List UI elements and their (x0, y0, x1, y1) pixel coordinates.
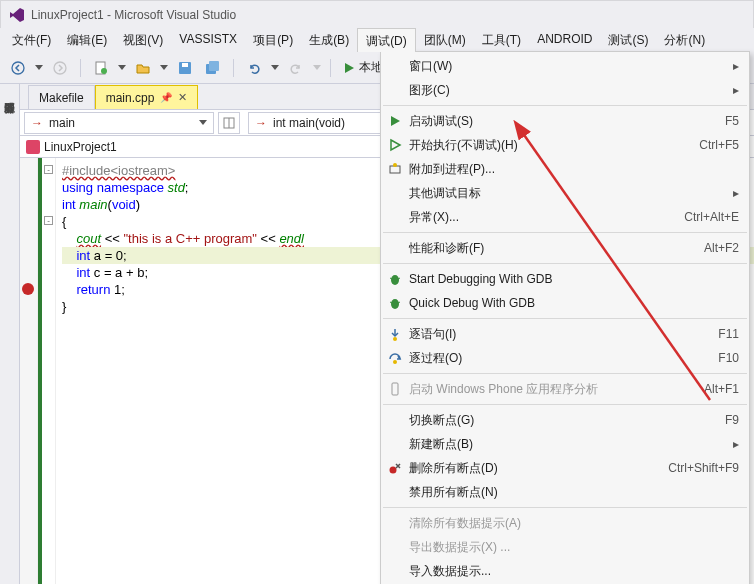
menu-item-label: 附加到进程(P)... (409, 161, 739, 178)
menu-item[interactable]: 逐语句(I)F11 (381, 322, 749, 346)
breadcrumb-project[interactable]: LinuxProject1 (44, 140, 117, 154)
menu-p[interactable]: 项目(P) (245, 28, 301, 52)
svg-point-12 (391, 275, 399, 285)
fold-toggle[interactable]: - (44, 216, 53, 225)
undo-button[interactable] (242, 56, 266, 80)
menu-item-label: Quick Debug With GDB (409, 296, 739, 310)
play-icon (343, 62, 355, 74)
close-icon[interactable]: ✕ (178, 91, 187, 104)
undo-split[interactable] (270, 65, 280, 70)
menu-t[interactable]: 工具(T) (474, 28, 529, 52)
editor-tab[interactable]: main.cpp📌✕ (95, 85, 199, 109)
menu-item-label: 新建断点(B) (409, 436, 727, 453)
menu-s[interactable]: 测试(S) (600, 28, 656, 52)
pin-icon[interactable]: 📌 (160, 92, 172, 103)
breakpoint-marker[interactable] (22, 283, 34, 295)
menu-item[interactable]: 附加到进程(P)... (381, 157, 749, 181)
menu-item-label: 切换断点(G) (409, 412, 725, 429)
menu-item[interactable]: 开始执行(不调试)(H)Ctrl+F5 (381, 133, 749, 157)
chevron-down-icon (199, 120, 207, 125)
outline-gutter[interactable]: -- (42, 158, 56, 584)
svg-rect-10 (390, 166, 400, 173)
menu-item-label: 启动调试(S) (409, 113, 725, 130)
phone-icon (381, 382, 409, 396)
play-outline-icon (381, 138, 409, 152)
menu-item-shortcut: Alt+F2 (704, 241, 739, 255)
menu-item[interactable]: 性能和诊断(F)Alt+F2 (381, 236, 749, 260)
menu-v[interactable]: 视图(V) (115, 28, 171, 52)
nav-back-button[interactable] (6, 56, 30, 80)
save-all-button[interactable] (201, 56, 225, 80)
menu-f[interactable]: 文件(F) (4, 28, 59, 52)
arrow-icon: → (255, 116, 267, 130)
menu-item-label: Start Debugging With GDB (409, 272, 739, 286)
menu-item[interactable]: 异常(X)...Ctrl+Alt+E (381, 205, 749, 229)
attach-icon (381, 162, 409, 176)
menu-android[interactable]: ANDROID (529, 28, 600, 52)
step-into-icon (381, 327, 409, 341)
menu-item[interactable]: 切换断点(G)F9 (381, 408, 749, 432)
menu-item[interactable]: 导入数据提示... (381, 559, 749, 583)
menu-item[interactable]: 禁用所有断点(N) (381, 480, 749, 504)
svg-point-3 (101, 68, 107, 74)
svg-point-11 (393, 163, 397, 167)
submenu-arrow-icon: ▸ (727, 59, 739, 73)
play-green-icon (381, 114, 409, 128)
delete-bp-icon (381, 461, 409, 475)
submenu-arrow-icon: ▸ (727, 83, 739, 97)
svg-point-1 (54, 62, 66, 74)
svg-point-19 (393, 360, 397, 364)
menu-item[interactable]: 窗口(W)▸ (381, 54, 749, 78)
breakpoint-gutter[interactable] (20, 158, 38, 584)
svg-rect-7 (209, 61, 219, 71)
menu-item-label: 异常(X)... (409, 209, 684, 226)
menu-item-label: 逐语句(I) (409, 326, 718, 343)
menu-item-shortcut: Ctrl+Shift+F9 (668, 461, 739, 475)
menu-vassistx[interactable]: VASSISTX (171, 28, 245, 52)
menu-item-label: 开始执行(不调试)(H) (409, 137, 699, 154)
menu-item[interactable]: 图形(C)▸ (381, 78, 749, 102)
save-button[interactable] (173, 56, 197, 80)
menu-item-shortcut: Ctrl+F5 (699, 138, 739, 152)
nav-forward-button[interactable] (48, 56, 72, 80)
svg-point-15 (391, 299, 399, 309)
submenu-arrow-icon: ▸ (727, 437, 739, 451)
menu-e[interactable]: 编辑(E) (59, 28, 115, 52)
menu-item[interactable]: 启动调试(S)F5 (381, 109, 749, 133)
menu-m[interactable]: 团队(M) (416, 28, 474, 52)
menu-item: 导出数据提示(X) ... (381, 535, 749, 559)
svg-rect-5 (182, 63, 188, 67)
new-file-button[interactable] (89, 56, 113, 80)
redo-button[interactable] (284, 56, 308, 80)
menu-item-label: 其他调试目标 (409, 185, 727, 202)
menu-item[interactable]: 逐过程(O)F10 (381, 346, 749, 370)
fold-toggle[interactable]: - (44, 165, 53, 174)
editor-tab[interactable]: Makefile (28, 85, 95, 109)
project-icon (26, 140, 40, 154)
menu-n[interactable]: 分析(N) (656, 28, 713, 52)
debug-menu-dropdown: 窗口(W)▸图形(C)▸启动调试(S)F5开始执行(不调试)(H)Ctrl+F5… (380, 51, 750, 584)
menu-d[interactable]: 调试(D) (357, 28, 416, 52)
left-sidebar: 服务器资源管理器 工具箱 (0, 84, 20, 584)
scope-dropdown[interactable]: → main (24, 112, 214, 134)
split-button[interactable] (218, 112, 240, 134)
menu-item-shortcut: Alt+F1 (704, 382, 739, 396)
open-file-split[interactable] (159, 65, 169, 70)
new-file-split[interactable] (117, 65, 127, 70)
sidebar-tab-server-explorer[interactable]: 服务器资源管理器 (0, 90, 19, 584)
menu-b[interactable]: 生成(B) (301, 28, 357, 52)
nav-back-split[interactable] (34, 65, 44, 70)
menu-item-label: 删除所有断点(D) (409, 460, 668, 477)
redo-split[interactable] (312, 65, 322, 70)
menu-item[interactable]: 新建断点(B)▸ (381, 432, 749, 456)
menu-item[interactable]: 其他调试目标▸ (381, 181, 749, 205)
menu-item-shortcut: F9 (725, 413, 739, 427)
menu-item[interactable]: Quick Debug With GDB (381, 291, 749, 315)
menu-item-shortcut: F11 (718, 327, 739, 341)
menu-item[interactable]: 删除所有断点(D)Ctrl+Shift+F9 (381, 456, 749, 480)
open-file-button[interactable] (131, 56, 155, 80)
menu-item[interactable]: Start Debugging With GDB (381, 267, 749, 291)
window-title: LinuxProject1 - Microsoft Visual Studio (31, 8, 236, 22)
menu-item-label: 逐过程(O) (409, 350, 718, 367)
menubar: 文件(F)编辑(E)视图(V)VASSISTX项目(P)生成(B)调试(D)团队… (0, 28, 754, 52)
